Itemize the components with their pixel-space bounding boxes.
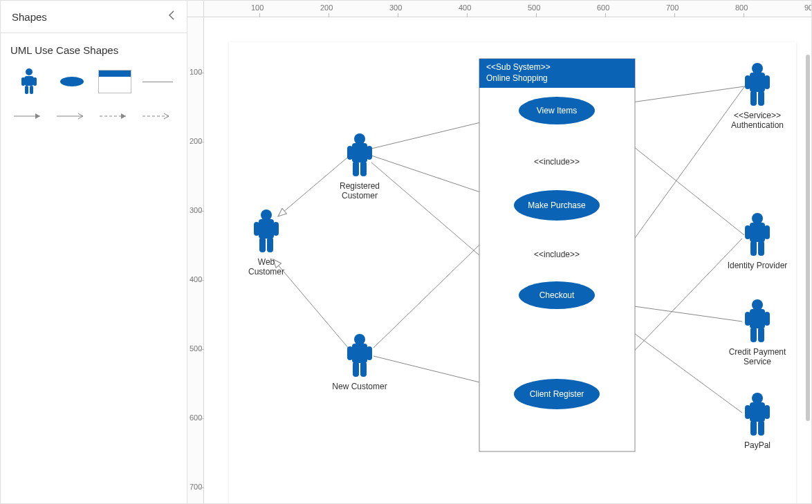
ellipse-icon [60, 77, 84, 86]
ruler-tick: 400 [190, 275, 202, 283]
chevron-left-icon [167, 10, 176, 20]
svg-rect-1 [24, 76, 34, 86]
actor-credit-payment[interactable]: Credit PaymentService [729, 299, 786, 366]
ruler-tick: 300 [190, 206, 202, 214]
actor-web-customer[interactable]: WebCustomer [248, 209, 284, 277]
svg-rect-2 [21, 77, 25, 86]
subsystem-name: Online Shopping [486, 73, 548, 83]
arrow-icon [12, 111, 46, 121]
diagram-canvas[interactable]: 100 200 300 400 500 600 700 800 900 100 … [187, 1, 811, 503]
shapes-sidebar: Shapes UML Use Case Shapes [1, 1, 187, 503]
ruler-tick: 200 [190, 137, 202, 145]
usecase-make-purchase[interactable]: Make Purchase [514, 190, 600, 221]
line-icon [142, 82, 173, 82]
diagram-svg: <<Sub System>> Online Shopping View Item… [204, 17, 811, 503]
actor-authentication[interactable]: <<Service>>Authentication [731, 63, 784, 130]
vertical-scrollbar[interactable] [806, 55, 810, 421]
ruler-tick: 200 [320, 3, 333, 12]
usecase-label: View Items [537, 106, 577, 115]
usecase-label: Checkout [539, 290, 575, 300]
actor-identity-provider[interactable]: Identity Provider [728, 213, 788, 270]
ruler-tick: 100 [251, 3, 264, 12]
palette-usecase-shape[interactable] [50, 64, 93, 99]
ruler-tick: 600 [190, 413, 202, 422]
svg-text:Identity Provider: Identity Provider [728, 261, 788, 270]
subsystem-stereotype: <<Sub System>> [486, 62, 551, 72]
ruler-tick: 800 [735, 3, 748, 12]
include-label: <<include>> [534, 250, 580, 259]
ruler-tick: 500 [528, 3, 540, 12]
usecase-checkout[interactable]: Checkout [519, 281, 595, 309]
ruler-tick: 400 [459, 3, 471, 12]
ruler-horizontal: 100 200 300 400 500 600 700 800 900 [204, 1, 811, 17]
svg-rect-4 [25, 86, 28, 94]
collapse-sidebar-button[interactable] [167, 10, 176, 23]
dashed-arrow-icon [98, 111, 131, 121]
svg-text:RegisteredCustomer: RegisteredCustomer [340, 181, 380, 200]
dashed-open-arrow-icon [141, 111, 174, 121]
palette-solid-arrow[interactable] [8, 99, 50, 133]
palette-dashed-open-arrow[interactable] [136, 99, 179, 133]
palette-line-shape[interactable] [136, 64, 179, 99]
ruler-tick: 100 [190, 68, 202, 76]
actor-registered-customer[interactable]: RegisteredCustomer [340, 133, 380, 200]
usecase-client-register[interactable]: Client Register [514, 379, 600, 409]
ruler-tick: 700 [190, 483, 202, 491]
svg-text:Credit PaymentService: Credit PaymentService [729, 347, 786, 366]
sidebar-title: Shapes [12, 11, 47, 23]
open-arrow-icon [55, 111, 89, 121]
actor-icon [21, 68, 37, 95]
actor-paypal[interactable]: PayPal [744, 393, 771, 450]
app-root: Shapes UML Use Case Shapes 100 200 300 4… [0, 0, 812, 504]
svg-text:<<Service>>Authentication: <<Service>>Authentication [731, 111, 784, 130]
palette-subsystem-shape[interactable] [93, 64, 136, 99]
palette-open-arrow[interactable] [50, 99, 93, 133]
subsystem-icon [98, 70, 131, 93]
ruler-corner [187, 1, 204, 17]
ruler-tick: 600 [597, 3, 609, 12]
svg-rect-3 [33, 77, 37, 86]
ruler-tick: 900 [804, 3, 811, 12]
svg-rect-5 [30, 86, 33, 94]
usecase-label: Make Purchase [528, 200, 586, 210]
ruler-vertical: 100 200 300 400 500 600 700 [187, 17, 204, 503]
svg-line-16 [273, 259, 349, 349]
svg-text:New Customer: New Customer [332, 382, 387, 391]
palette-title: UML Use Case Shapes [1, 33, 187, 64]
usecase-label: Client Register [530, 389, 584, 399]
svg-text:WebCustomer: WebCustomer [248, 257, 284, 277]
ruler-tick: 500 [190, 344, 202, 353]
sidebar-header: Shapes [1, 1, 187, 33]
ruler-tick: 300 [389, 3, 402, 12]
palette-grid [1, 64, 187, 133]
svg-text:PayPal: PayPal [744, 440, 771, 450]
usecase-view-items[interactable]: View Items [519, 97, 595, 124]
ruler-tick: 700 [666, 3, 679, 12]
palette-actor-shape[interactable] [8, 64, 50, 99]
svg-point-0 [26, 68, 33, 75]
palette-dashed-arrow[interactable] [93, 99, 136, 133]
include-label: <<include>> [534, 157, 580, 167]
